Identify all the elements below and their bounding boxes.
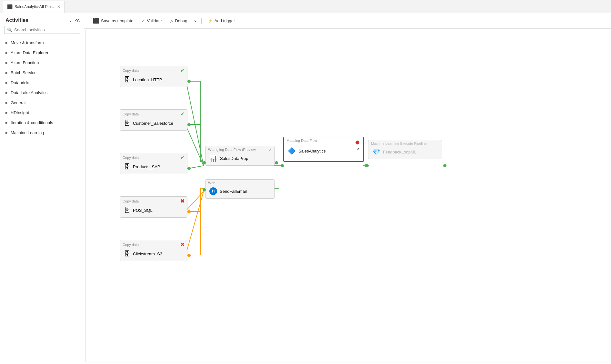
connector-ml-left[interactable] (366, 164, 369, 167)
node-name: Products_SAP (133, 164, 160, 169)
database-icon: 🗄 (124, 207, 130, 214)
save-template-label: Save as template (101, 18, 133, 23)
trigger-icon: ⚡ (208, 18, 213, 23)
connector-ml-right[interactable] (443, 164, 446, 167)
database-icon: 🗄 (124, 163, 130, 171)
chevron-icon: ▶ (5, 41, 8, 44)
node-wrangling-dataflow[interactable]: Wrangling Data Flow (Preview ↗ 📊 SalesDa… (205, 146, 275, 166)
node-type-label: Copy data (123, 156, 139, 160)
connector-wrangling-right[interactable] (275, 161, 278, 164)
pipeline-tab[interactable]: ⬛ SalesAnalyticsMLPip... ✕ (3, 1, 65, 13)
add-trigger-label: Add trigger (215, 18, 235, 23)
pipeline-canvas[interactable]: Copy data ✔ 🗄 Location_HTTP Copy data ✔ (85, 30, 609, 362)
more-button[interactable]: ∨ (192, 16, 199, 25)
search-input[interactable] (14, 27, 77, 32)
connector-n3-right[interactable] (187, 167, 191, 170)
node-name: Customer_Salesforce (133, 121, 173, 126)
sidebar-item-azure-data-explorer[interactable]: ▶ Azure Data Explorer (0, 48, 84, 58)
sidebar-item-machine-learning[interactable]: ▶ Machine Learning (0, 128, 84, 138)
sidebar-item-label: Azure Data Explorer (11, 50, 48, 55)
sidebar-item-label: HDInsight (11, 110, 29, 115)
node-type-label: Mapping Data Flow (286, 139, 317, 143)
save-template-icon: ⬛ (93, 18, 99, 24)
dataflow-icon: 📊 (209, 154, 217, 162)
connector-n4-right[interactable] (187, 210, 191, 213)
chevron-icon: ▶ (5, 121, 8, 124)
node-type-label: Wrangling Data Flow (Preview (208, 148, 256, 152)
tab-close-button[interactable]: ✕ (57, 5, 60, 9)
chevron-icon: ▶ (5, 131, 8, 134)
validate-icon: ✓ (142, 18, 145, 23)
external-link-icon[interactable]: ↗ (356, 147, 359, 152)
web-icon: H (209, 187, 217, 195)
collapse-icon[interactable]: ⌄ (68, 17, 73, 23)
node-location-http[interactable]: Copy data ✔ 🗄 Location_HTTP (120, 66, 187, 87)
sidebar-controls[interactable]: ⌄ ≪ (68, 17, 80, 23)
sidebar-item-hdinsight[interactable]: ▶ HDInsight (0, 108, 84, 118)
connector-n2-right[interactable] (187, 123, 191, 126)
validate-label: Validate (147, 18, 162, 23)
sidebar-item-label: Iteration & conditionals (11, 120, 53, 125)
debug-button[interactable]: ▷ Debug (166, 16, 191, 25)
chevron-icon: ▶ (5, 101, 8, 104)
database-icon: 🗄 (124, 250, 130, 258)
node-name: SendFailEmail (220, 189, 247, 194)
node-type-label: Web (208, 181, 215, 185)
debug-label: Debug (175, 18, 187, 23)
running-indicator (356, 141, 359, 144)
sidebar-item-batch-service[interactable]: ▶ Batch Service (0, 68, 84, 78)
sidebar-item-databricks[interactable]: ▶ Databricks (0, 78, 84, 88)
sidebar-header: Activities ⌄ ≪ (0, 13, 84, 26)
connector-mapping-left[interactable] (281, 164, 284, 167)
node-clickstream-s3[interactable]: Copy data ✖ 🗄 Clickstream_S3 (120, 240, 187, 261)
sidebar-item-iteration-conditionals[interactable]: ▶ Iteration & conditionals (0, 118, 84, 128)
mapping-icon: 🔷 (288, 147, 296, 155)
search-box[interactable]: 🔍 (4, 26, 80, 34)
sidebar-title: Activities (5, 17, 28, 23)
sidebar-item-label: Databricks (11, 80, 30, 85)
save-template-button[interactable]: ⬛ Save as template (89, 16, 137, 26)
database-icon: 🗄 (124, 76, 130, 84)
connector-web-left[interactable] (203, 188, 206, 192)
sidebar-item-label: General (11, 100, 25, 105)
success-status-icon: ✔ (180, 111, 185, 117)
node-ml-pipeline[interactable]: Machine Learning Execute Pipeline 💎 Feed… (368, 140, 442, 159)
ml-icon: 💎 (372, 148, 380, 156)
node-name: SalesDataPrep (220, 156, 248, 161)
chevron-icon: ▶ (5, 71, 8, 74)
search-icon: 🔍 (7, 27, 12, 32)
success-status-icon: ✔ (180, 67, 185, 74)
chevron-icon: ▶ (5, 51, 8, 54)
connector-wrangling-left[interactable] (203, 161, 206, 164)
node-name: Location_HTTP (133, 77, 162, 82)
sidebar-item-general[interactable]: ▶ General (0, 98, 84, 108)
error-status-icon: ✖ (180, 241, 185, 248)
node-products-sap[interactable]: Copy data ✔ 🗄 Products_SAP (120, 153, 187, 174)
sidebar-item-azure-function[interactable]: ▶ Azure Function (0, 58, 84, 68)
node-type-label: Machine Learning Execute Pipeline (371, 142, 426, 145)
node-web-send-fail-email[interactable]: Web H SendFailEmail (205, 179, 275, 199)
tab-icon: ⬛ (7, 4, 13, 9)
validate-button[interactable]: ✓ Validate (138, 16, 165, 25)
sidebar-item-label: Machine Learning (11, 130, 44, 135)
chevron-icon: ▶ (5, 61, 8, 64)
minimize-icon[interactable]: ≪ (75, 17, 80, 23)
connector-n1-right[interactable] (187, 80, 191, 83)
sidebar-item-label: Data Lake Analytics (11, 90, 47, 95)
node-type-label: Copy data (123, 69, 139, 73)
sidebar-item-move-transform[interactable]: ▶ Move & transform (0, 38, 84, 48)
connector-n5-right[interactable] (187, 254, 191, 257)
success-status-icon: ✔ (180, 154, 185, 161)
error-status-icon: ✖ (180, 198, 185, 204)
chevron-icon: ▶ (5, 81, 8, 84)
node-name: SalesAnalytics (298, 149, 326, 153)
tab-title: SalesAnalyticsMLPip... (15, 5, 54, 9)
node-name: Clickstream_S3 (133, 251, 162, 256)
node-pos-sql[interactable]: Copy data ✖ 🗄 POS_SQL (120, 196, 187, 218)
sidebar-item-data-lake-analytics[interactable]: ▶ Data Lake Analytics (0, 88, 84, 98)
svg-line-3 (186, 192, 204, 211)
node-customer-salesforce[interactable]: Copy data ✔ 🗄 Customer_Salesforce (120, 109, 187, 131)
add-trigger-button[interactable]: ⚡ Add trigger (204, 16, 239, 25)
node-mapping-dataflow[interactable]: Mapping Data Flow ↗ 🔷 SalesAnalytics (283, 137, 364, 162)
external-link-icon[interactable]: ↗ (268, 147, 272, 152)
